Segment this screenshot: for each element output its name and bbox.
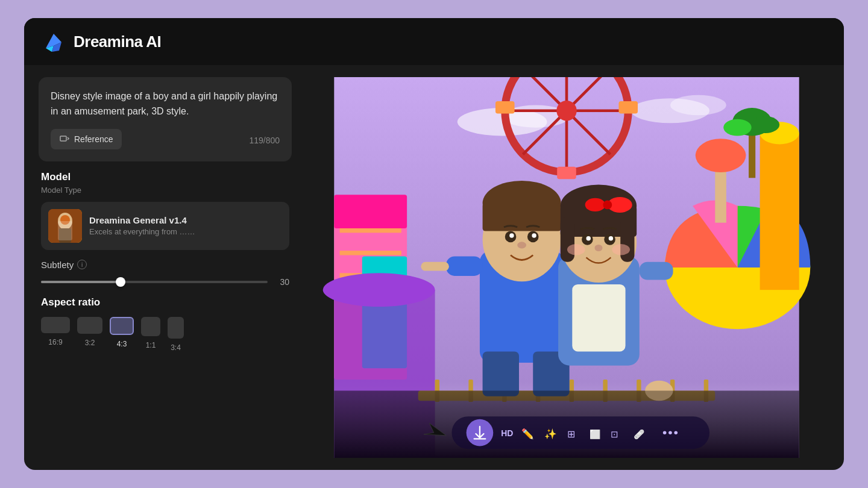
aspect-option-3-4[interactable]: 3:4 [168,317,184,352]
aspect-option-1-1[interactable]: 1:1 [141,317,160,352]
svg-point-77 [567,244,585,255]
svg-point-78 [612,244,630,255]
svg-text:✨: ✨ [544,428,557,440]
svg-point-56 [517,242,526,248]
aspect-label-4-3: 4:3 [117,340,127,348]
model-card[interactable]: Dreamina General v1.4 Excels at everythi… [41,202,289,250]
subtlety-value: 30 [275,277,289,287]
svg-point-93 [668,431,672,434]
aspect-ratio-title: Aspect ratio [41,296,289,308]
aspect-label-1-1: 1:1 [146,341,156,349]
svg-point-36 [752,116,779,133]
right-panel: HD ✏️ ✨ ⊞ ⬜ ⊡ 🩹 [304,77,829,458]
model-section: Model Model Type Dreamina General v1.4 E [39,171,292,250]
generated-image: HD ✏️ ✨ ⊞ ⬜ ⊡ 🩹 [304,77,829,458]
svg-rect-0 [60,136,66,141]
aspect-option-4-3[interactable]: 4:3 [110,317,134,352]
svg-point-54 [509,233,514,237]
svg-point-75 [609,236,613,240]
prompt-box: Disney style image of a boy and a girl h… [39,77,292,161]
model-section-subtitle: Model Type [41,186,289,195]
svg-rect-22 [340,228,401,233]
aspect-label-3-4: 3:4 [171,343,181,352]
svg-text:⊞: ⊞ [567,429,575,439]
reference-label: Reference [74,134,113,144]
aspect-box-16-9 [41,317,70,333]
svg-rect-61 [421,262,448,271]
svg-rect-29 [760,133,799,290]
svg-rect-79 [640,262,673,280]
svg-point-92 [663,431,667,434]
svg-point-74 [587,236,591,240]
svg-rect-59 [483,351,519,396]
svg-rect-67 [561,217,574,261]
svg-text:HD: HD [501,428,513,438]
reference-button[interactable]: Reference [51,129,122,149]
logo-icon [41,29,66,54]
slider-container: 30 [41,277,289,287]
slider-thumb[interactable] [116,277,125,287]
aspect-options: 16:9 3:2 4:3 1:1 [41,317,289,352]
svg-rect-16 [557,167,576,179]
prompt-text: Disney style image of a boy and a girl h… [51,89,280,119]
svg-rect-57 [446,256,482,276]
aspect-option-16-9[interactable]: 16:9 [41,317,70,352]
svg-text:🩹: 🩹 [634,429,645,440]
svg-point-55 [532,233,536,237]
svg-point-76 [594,245,602,251]
model-name: Dreamina General v1.4 [89,215,282,225]
info-icon[interactable]: i [77,260,87,269]
svg-text:⊡: ⊡ [611,430,618,439]
model-section-title: Model [41,171,289,183]
model-thumbnail [48,209,82,243]
svg-text:⬜: ⬜ [590,429,601,440]
svg-rect-18 [618,101,638,113]
subtlety-label: Subtlety [41,260,74,270]
svg-text:✏️: ✏️ [521,428,534,440]
svg-point-94 [674,431,678,434]
aspect-box-3-4 [168,317,184,339]
svg-rect-3 [59,228,71,243]
model-info: Dreamina General v1.4 Excels at everythi… [89,215,282,236]
app-title: Dreamina AI [74,33,161,51]
aspect-section: Aspect ratio 16:9 3:2 4:3 [39,296,292,352]
slider-fill [41,281,121,283]
reference-icon [59,134,70,145]
svg-point-27 [323,273,435,307]
aspect-label-16-9: 16:9 [48,338,62,346]
subtlety-header: Subtlety i [41,260,289,270]
model-description: Excels at everything from …… [89,227,282,236]
svg-point-35 [723,119,751,136]
svg-point-4 [60,215,70,225]
aspect-box-4-3 [110,317,134,335]
aspect-box-1-1 [141,317,160,336]
left-panel: Disney style image of a boy and a girl h… [39,77,292,458]
prompt-footer: Reference 119/800 [51,129,280,149]
svg-point-32 [696,139,746,172]
model-thumbnail-icon [48,209,82,243]
char-count: 119/800 [249,136,280,145]
aspect-box-3-2 [77,317,102,334]
main-content: Disney style image of a boy and a girl h… [24,65,844,470]
app-window: Dreamina AI Disney style image of a boy … [24,18,844,470]
svg-rect-17 [495,101,515,113]
svg-rect-21 [334,195,407,228]
svg-rect-68 [620,217,634,261]
svg-point-71 [603,200,612,209]
svg-point-9 [670,95,726,115]
aspect-label-3-2: 3:2 [85,339,95,347]
aspect-option-3-2[interactable]: 3:2 [77,317,102,352]
svg-point-19 [556,101,576,120]
svg-rect-23 [340,251,401,255]
svg-rect-51 [483,203,561,231]
svg-rect-63 [572,284,625,352]
svg-point-70 [585,198,605,211]
subtlety-slider[interactable] [41,281,268,283]
subtlety-section: Subtlety i 30 [39,260,292,287]
header: Dreamina AI [24,18,844,65]
